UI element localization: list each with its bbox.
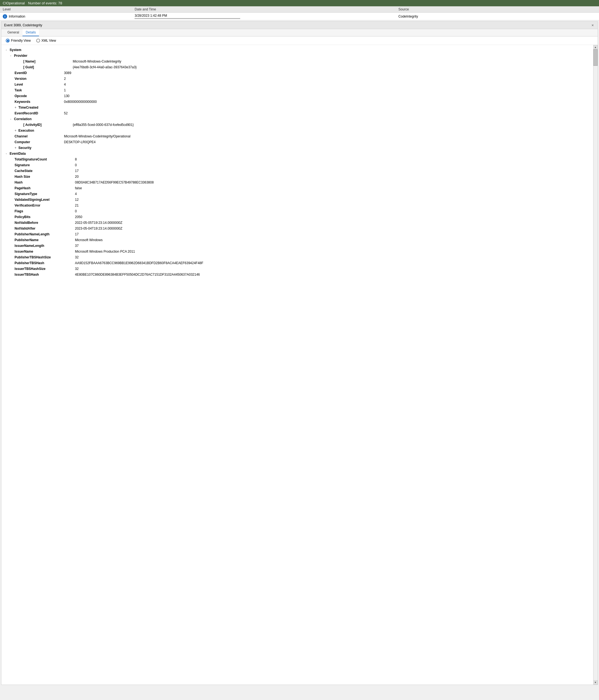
xml-view-option[interactable]: XML View [36,39,56,43]
eventdata-field-name: IssuerTBSHash [15,272,75,278]
eventdata-collapse-icon[interactable]: - [6,151,9,157]
eventdata-field-name: VerificationError [15,203,75,208]
task-value: 1 [64,88,66,93]
system-label: System [9,47,21,53]
eventdata-field-value: 4E80BE107C860DE896384B3EFF50504DC2D76AC7… [75,272,200,278]
eventdata-field-value: 20 [75,174,78,180]
scrollbar-thumb[interactable] [593,49,598,66]
correlation-header-row: - Correlation [10,116,591,122]
friendly-view-label: Friendly View [11,39,31,43]
eventdata-fields: TotalSignatureCount8Signature0CacheState… [6,157,591,278]
channel-value: Microsoft-Windows-CodeIntegrity/Operatio… [64,133,130,139]
eventdata-label: EventData [9,151,26,157]
guid-field: [ Guid] [23,65,73,70]
eventdata-field-row: ValidatedSigningLevel12 [6,197,591,203]
keywords-row: Keywords 0x8000000000000000 [6,99,591,105]
eventdata-field-value: 21 [75,203,78,208]
security-expand-icon[interactable]: + [15,145,18,151]
eventdata-field-value: 17 [75,168,78,174]
eventdata-field-row: IssuerTBSHash4E80BE107C860DE896384B3EFF5… [6,272,591,278]
eventdata-field-name: PublisherTBSHash [15,260,75,266]
tab-details[interactable]: Details [23,29,39,36]
eventdata-field-row: NotValidAfter2023-05-04T19:23:14.0000000… [6,226,591,231]
detail-content[interactable]: - System - Provider [ Name] Microsoft-Wi [1,45,598,685]
level-field: Level [15,82,64,88]
timecreated-label: TimeCreated [18,105,38,110]
friendly-view-radio[interactable] [6,39,9,43]
event-count: Number of events: 78 [28,1,62,5]
event-list-header: Level Date and Time Source [0,6,599,12]
opcode-value: 130 [64,93,69,99]
level-row: Level 4 [6,82,591,88]
top-bar: CIOperational Number of events: 78 [0,0,599,6]
friendly-view-option[interactable]: Friendly View [6,39,31,43]
eventdata-field-row: Signature0 [6,162,591,168]
provider-header-row: - Provider [10,53,591,59]
xml-view-radio[interactable] [36,39,40,43]
computer-row: Computer DESKTOP-LR0QPE4 [6,139,591,145]
eventdata-field-value: 0 [75,162,77,168]
eventdata-field-value: Microsoft Windows Production PCA 2011 [75,249,135,254]
scroll-up-arrow[interactable]: ▲ [593,45,598,49]
eventdata-field-row: TotalSignatureCount8 [6,157,591,162]
timecreated-row: + TimeCreated [6,105,591,110]
close-button[interactable]: × [591,23,595,27]
eventdata-field-name: PublisherName [15,237,75,243]
tab-general[interactable]: General [4,29,23,36]
opcode-row: Opcode 130 [6,93,591,99]
provider-name-row: [ Name] Microsoft-Windows-CodeIntegrity … [10,59,591,70]
eventdata-field-row: IssuerNameMicrosoft Windows Production P… [6,249,591,254]
eventdata-field-name: SignatureType [15,191,75,197]
opcode-field: Opcode [15,93,64,99]
eventdata-field-row: IssuerNameLength37 [6,243,591,249]
eventrecordid-field: EventRecordID [15,110,64,116]
event-list-row[interactable]: i Information 3/28/2023 1:42:48 PM CodeI… [0,12,599,20]
eventdata-field-value: 8 [75,157,77,162]
system-collapse-icon[interactable]: - [6,47,9,53]
eventdata-section: - EventData TotalSignatureCount8Signatur… [6,151,591,278]
eventid-row: EventID 3089 [6,70,591,76]
provider-guid-value: {4ee76bd8-3cf4-44a0-a0ac-3937643e37a3} [73,65,137,70]
event-detail-panel: Event 3089, CodeIntegrity × General Deta… [1,21,598,685]
detail-panel-title: Event 3089, CodeIntegrity [4,23,42,27]
event-detail-title-bar: Event 3089, CodeIntegrity × [1,22,598,29]
eventdata-field-name: Signature [15,162,75,168]
eventdata-header-row: - EventData [6,151,591,157]
eventrecordid-value: 52 [64,110,68,116]
eventdata-field-row: NotValidBefore2022-05-05T19:23:14.000000… [6,220,591,226]
channel-row: Channel Microsoft-Windows-CodeIntegrity/… [6,133,591,139]
eventdata-field-value: AA9D152FBAAA6763BCC969BB1E9962D68341BDFD… [75,260,203,266]
eventid-value: 3089 [64,70,71,76]
execution-row: + Execution [6,128,591,133]
correlation-collapse-icon[interactable]: - [10,116,14,122]
eventdata-field-name: TotalSignatureCount [15,157,75,162]
computer-field: Computer [15,139,64,145]
name-field: [ Name] [23,59,73,65]
correlation-section: - Correlation [ ActivityID] {eff8a355-5c… [6,116,591,128]
eventdata-field-row: Flags0 [6,208,591,214]
eventdata-field-name: PublisherTBSHashSize [15,254,75,260]
scrollbar-track[interactable]: ▲ ▼ [593,45,598,685]
eventdata-field-row: Hash Size20 [6,174,591,180]
timecreated-expand-icon[interactable]: + [15,105,18,110]
execution-expand-icon[interactable]: + [15,128,18,133]
eventdata-field-name: ValidatedSigningLevel [15,197,75,203]
scroll-down-arrow[interactable]: ▼ [593,680,598,685]
source-value: CodeIntegrity [398,15,596,18]
eventdata-field-value: 17 [75,231,78,237]
eventdata-field-row: PublisherTBSHashAA9D152FBAAA6763BCC969BB… [6,260,591,266]
level-field-value: 4 [64,82,66,88]
detail-scroll-container: - System - Provider [ Name] Microsoft-Wi [1,47,598,278]
eventdata-field-row: CacheState17 [6,168,591,174]
eventdata-field-row: PublisherTBSHashSize32 [6,254,591,260]
system-header-row: - System [6,47,591,53]
eventdata-field-row: PublisherNameMicrosoft Windows [6,237,591,243]
eventdata-field-value: 08D0A8C34B717AED56F99EC57B49788EC3363808 [75,180,154,185]
eventdata-field-value: 37 [75,243,78,249]
eventdata-field-row: PublisherNameLength17 [6,231,591,237]
execution-label: Execution [18,128,34,133]
app-title: CIOperational [3,1,25,5]
provider-collapse-icon[interactable]: - [10,53,14,59]
eventdata-field-name: Hash Size [15,174,75,180]
eventdata-field-name: IssuerNameLength [15,243,75,249]
